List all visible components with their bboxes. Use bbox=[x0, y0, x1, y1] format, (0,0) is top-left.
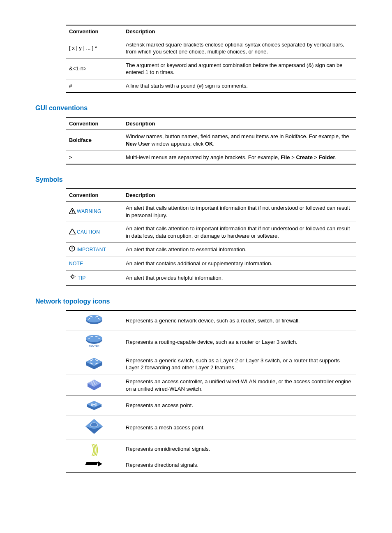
desc-cell: Multi-level menus are separated by angle… bbox=[122, 151, 356, 164]
desc-cell: Represents an access controller, a unifi… bbox=[122, 375, 356, 396]
svg-line-11 bbox=[71, 275, 71, 276]
desc-cell: Window names, button names, field names,… bbox=[122, 130, 356, 151]
table-row: [ x | y | ... ] * Asterisk marked square… bbox=[66, 38, 356, 58]
icon-cell bbox=[66, 353, 122, 375]
conv-cell: TIP bbox=[66, 270, 122, 286]
heading-gui-conventions: GUI conventions bbox=[35, 104, 357, 113]
caution-triangle-icon bbox=[69, 229, 76, 236]
th-convention: Convention bbox=[66, 25, 122, 38]
table-row: &<1-n> The argument or keyword and argum… bbox=[66, 58, 356, 79]
table-row: IMPORTANT An alert that calls attention … bbox=[66, 243, 356, 257]
desc-cell: Represents a generic switch, such as a L… bbox=[122, 353, 356, 375]
desc-cell: An alert that contains additional or sup… bbox=[122, 257, 356, 270]
access-point-icon: ((●)) bbox=[84, 399, 104, 412]
desc-cell: An alert that provides helpful informati… bbox=[122, 270, 356, 286]
desc-cell: The argument or keyword and argument com… bbox=[122, 58, 356, 79]
icon-cell bbox=[66, 415, 122, 440]
desc-cell: An alert that calls attention to importa… bbox=[122, 202, 356, 222]
access-controller-icon bbox=[85, 378, 103, 393]
desc-cell: Represents a routing-capable device, suc… bbox=[122, 331, 356, 353]
omnidirectional-signal-icon: )))) bbox=[91, 440, 97, 458]
important-circle-icon bbox=[69, 246, 75, 254]
table-row: NOTE An alert that contains additional o… bbox=[66, 257, 356, 270]
svg-point-5 bbox=[71, 275, 74, 278]
svg-point-14 bbox=[86, 315, 102, 322]
table-row: TIP An alert that provides helpful infor… bbox=[66, 270, 356, 286]
command-conventions-table: Convention Description [ x | y | ... ] *… bbox=[66, 25, 356, 93]
icon-cell: )))) bbox=[66, 440, 122, 458]
symbol-label: NOTE bbox=[69, 261, 83, 266]
conv-cell: CAUTION bbox=[66, 222, 122, 243]
gui-conventions-table: Convention Description Boldface Window n… bbox=[66, 117, 356, 165]
symbol-label: WARNING bbox=[77, 209, 101, 215]
symbol-label: CAUTION bbox=[77, 229, 100, 235]
desc-cell: Asterisk marked square brackets enclose … bbox=[122, 38, 356, 58]
svg-line-12 bbox=[74, 275, 75, 276]
svg-text:((●)): ((●)) bbox=[91, 403, 97, 406]
conv-cell: > bbox=[66, 151, 122, 164]
table-row: Represents a mesh access point. bbox=[66, 415, 356, 440]
desc-cell: An alert that calls attention to importa… bbox=[122, 222, 356, 243]
th-description: Description bbox=[122, 25, 356, 38]
table-row: Represents a generic network device, suc… bbox=[66, 311, 356, 331]
conv-cell: NOTE bbox=[66, 257, 122, 270]
icon-cell: ((●)) bbox=[66, 396, 122, 415]
th-convention: Convention bbox=[66, 117, 122, 130]
desc-cell: Represents omnidirectional signals. bbox=[122, 440, 356, 458]
table-row: WARNING An alert that calls attention to… bbox=[66, 202, 356, 222]
desc-cell: Represents a mesh access point. bbox=[122, 415, 356, 440]
table-row: CAUTION An alert that calls attention to… bbox=[66, 222, 356, 243]
desc-cell: Represents an access point. bbox=[122, 396, 356, 415]
table-row: Boldface Window names, button names, fie… bbox=[66, 130, 356, 151]
icon-cell bbox=[66, 311, 122, 331]
icon-cell: ROUTER bbox=[66, 331, 122, 353]
tip-lightbulb-icon bbox=[69, 273, 76, 283]
desc-cell: A line that starts with a pound (#) sign… bbox=[122, 79, 356, 93]
conv-cell: &<1-n> bbox=[66, 58, 122, 79]
conv-cell: [ x | y | ... ] * bbox=[66, 38, 122, 58]
table-row: )))) Represents omnidirectional signals. bbox=[66, 440, 356, 458]
router-icon: ROUTER bbox=[85, 334, 104, 350]
icon-cell bbox=[66, 375, 122, 396]
table-row: ROUTER Represents a routing-capable devi… bbox=[66, 331, 356, 353]
conv-cell: # bbox=[66, 79, 122, 93]
table-row: > Multi-level menus are separated by ang… bbox=[66, 151, 356, 164]
heading-network-icons: Network topology icons bbox=[35, 297, 357, 306]
svg-point-1 bbox=[72, 212, 73, 213]
network-icons-table: Represents a generic network device, suc… bbox=[66, 310, 356, 473]
desc-cell: Represents directional signals. bbox=[122, 458, 356, 472]
svg-point-24 bbox=[90, 423, 98, 427]
mesh-access-point-icon bbox=[84, 418, 104, 437]
switch-icon bbox=[84, 356, 104, 372]
svg-point-16 bbox=[86, 335, 102, 342]
th-description: Description bbox=[122, 117, 356, 130]
svg-point-4 bbox=[72, 250, 73, 250]
conv-cell: Boldface bbox=[66, 130, 122, 151]
th-convention: Convention bbox=[66, 189, 122, 202]
table-row: Represents an access controller, a unifi… bbox=[66, 375, 356, 396]
directional-signal-icon bbox=[86, 461, 102, 467]
table-row: # A line that starts with a pound (#) si… bbox=[66, 79, 356, 93]
conv-cell: IMPORTANT bbox=[66, 243, 122, 257]
heading-symbols: Symbols bbox=[35, 175, 357, 184]
warning-triangle-icon bbox=[69, 208, 76, 216]
table-row: ((●)) Represents an access point. bbox=[66, 396, 356, 415]
desc-cell: Represents a generic network device, suc… bbox=[122, 311, 356, 331]
symbols-table: Convention Description WARNING An alert … bbox=[66, 188, 356, 286]
icon-cell bbox=[66, 458, 122, 472]
svg-text:ROUTER: ROUTER bbox=[89, 345, 99, 347]
generic-network-device-icon bbox=[85, 314, 104, 328]
table-row: Represents a generic switch, such as a L… bbox=[66, 353, 356, 375]
desc-cell: An alert that calls attention to essenti… bbox=[122, 243, 356, 257]
th-description: Description bbox=[122, 189, 356, 202]
symbol-label: IMPORTANT bbox=[76, 247, 106, 253]
table-row: Represents directional signals. bbox=[66, 458, 356, 472]
symbol-label: TIP bbox=[78, 275, 86, 281]
conv-cell: WARNING bbox=[66, 202, 122, 222]
